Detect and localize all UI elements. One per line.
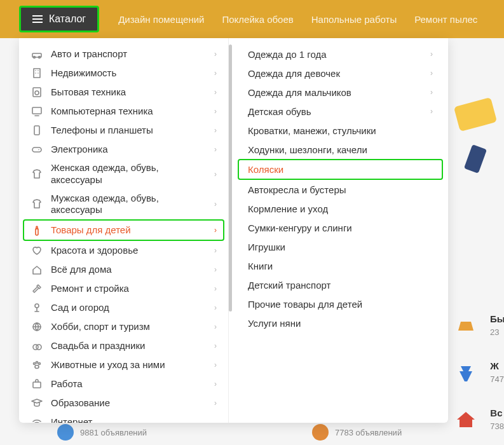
- plant-icon: [31, 301, 43, 314]
- promo-card[interactable]: Бы23: [453, 312, 504, 339]
- shirt-f-icon: [31, 168, 43, 181]
- category-label: Сад и огород: [51, 302, 207, 314]
- category-item[interactable]: Красота и здоровье›: [19, 241, 228, 260]
- subcategory-label: Коляски: [248, 164, 283, 175]
- chevron-right-icon: ›: [214, 200, 217, 209]
- category-item[interactable]: Женская одежда, обувь, аксессуары›: [19, 159, 228, 189]
- chevron-right-icon: ›: [430, 88, 433, 97]
- category-label: Животные и уход за ними: [51, 359, 207, 371]
- subcategory-label: Одежда для девочек: [248, 68, 340, 79]
- promo-icon: [453, 359, 479, 387]
- hammer-icon: [31, 282, 43, 295]
- category-label: Товары для детей: [51, 224, 207, 236]
- chevron-right-icon: ›: [214, 265, 217, 274]
- topnav-item[interactable]: Дизайн помещений: [118, 14, 204, 25]
- monitor-icon: [31, 105, 43, 118]
- category-column[interactable]: Авто и транспорт›Недвижимость›Бытовая те…: [19, 38, 229, 423]
- chevron-right-icon: ›: [430, 107, 433, 116]
- gradcap-icon: [31, 397, 43, 409]
- subcategory-item[interactable]: Прочие товары для детей: [233, 294, 448, 313]
- chevron-right-icon: ›: [214, 303, 217, 312]
- car-icon: [31, 48, 43, 60]
- category-label: Телефоны и планшеты: [51, 125, 207, 137]
- subcategory-item[interactable]: Одежда для девочек›: [233, 64, 448, 83]
- chevron-right-icon: ›: [430, 69, 433, 78]
- subcategory-item[interactable]: Кормление и уход: [233, 199, 448, 218]
- category-item[interactable]: Товары для детей›: [23, 219, 224, 241]
- category-label: Женская одежда, обувь, аксессуары: [51, 162, 207, 186]
- subcategory-item[interactable]: Одежда до 1 года›: [233, 44, 448, 64]
- catalog-button[interactable]: Каталог: [19, 6, 99, 32]
- subcategory-column[interactable]: Одежда до 1 года›Одежда для девочек›Одеж…: [229, 38, 448, 423]
- subcategory-item[interactable]: Детская обувь›: [233, 102, 448, 121]
- promo-card[interactable]: Ж747: [453, 359, 504, 387]
- category-label: Недвижимость: [51, 67, 207, 79]
- category-item[interactable]: Авто и транспорт›: [19, 44, 228, 64]
- subcategory-item[interactable]: Кроватки, манежи, стульчики: [233, 121, 448, 140]
- topnav: Дизайн помещений Поклейка обоев Напольны…: [118, 14, 477, 25]
- subcategory-label: Игрушки: [248, 242, 285, 252]
- subcategory-item[interactable]: Детский транспорт: [233, 275, 448, 294]
- svg-point-14: [38, 149, 39, 151]
- subcategory-item[interactable]: Услуги няни: [233, 313, 448, 332]
- category-item[interactable]: Недвижимость›: [19, 64, 228, 83]
- category-item[interactable]: Интернет: [19, 413, 228, 423]
- chevron-right-icon: ›: [214, 69, 217, 78]
- category-item[interactable]: Компьютерная техника›: [19, 102, 228, 121]
- promo-icon: [453, 312, 479, 339]
- topnav-item[interactable]: Напольные работы: [311, 14, 397, 25]
- scrollbar[interactable]: [229, 44, 232, 312]
- category-item[interactable]: Телефоны и планшеты›: [19, 121, 228, 140]
- subcategory-item[interactable]: Ходунки, шезлонги, качели: [233, 140, 448, 159]
- promo-text: Ж747: [490, 360, 504, 385]
- chevron-right-icon: ›: [214, 380, 217, 388]
- catalog-button-label: Каталог: [49, 13, 86, 25]
- category-item[interactable]: Хобби, спорт и туризм›: [19, 317, 228, 336]
- category-item[interactable]: Образование›: [19, 394, 228, 413]
- footer-badge-icon: [57, 424, 74, 441]
- footer-badge-icon: [312, 424, 329, 441]
- topnav-item[interactable]: Поклейка обоев: [222, 14, 293, 25]
- svg-point-20: [36, 362, 38, 364]
- category-label: Хобби, спорт и туризм: [51, 321, 207, 333]
- subcategory-label: Кормление и уход: [248, 203, 328, 214]
- svg-point-21: [39, 363, 41, 365]
- category-item[interactable]: Сад и огород›: [19, 298, 228, 317]
- category-label: Свадьба и праздники: [51, 340, 207, 352]
- chevron-right-icon: ›: [430, 50, 433, 58]
- category-label: Всё для дома: [51, 264, 207, 276]
- chevron-right-icon: ›: [214, 170, 217, 179]
- category-item[interactable]: Всё для дома›: [19, 260, 228, 279]
- svg-point-22: [35, 366, 39, 369]
- topbar: Каталог Дизайн помещений Поклейка обоев …: [0, 0, 504, 38]
- chevron-right-icon: ›: [214, 246, 217, 255]
- category-label: Работа: [51, 378, 207, 390]
- category-item[interactable]: Животные и уход за ними›: [19, 355, 228, 374]
- svg-rect-23: [33, 382, 41, 388]
- topnav-item[interactable]: Ремонт пылес: [414, 14, 477, 25]
- svg-point-15: [35, 304, 39, 308]
- category-item[interactable]: Свадьба и праздники›: [19, 336, 228, 355]
- svg-point-19: [34, 363, 36, 365]
- svg-rect-12: [34, 126, 39, 135]
- category-item[interactable]: Работа›: [19, 374, 228, 394]
- subcategory-item[interactable]: Игрушки: [233, 237, 448, 256]
- subcategory-item[interactable]: Сумки-кенгуру и слинги: [233, 218, 448, 237]
- footer-item: 9881 объявлений: [57, 424, 147, 441]
- category-item[interactable]: Мужская одежда, обувь, аксессуары›: [19, 189, 228, 220]
- subcategory-item[interactable]: Одежда для мальчиков›: [233, 83, 448, 102]
- footer-count: 7783 объявлений: [335, 428, 402, 437]
- category-item[interactable]: Ремонт и стройка›: [19, 279, 228, 298]
- subcategory-label: Книги: [248, 261, 273, 271]
- subcategory-item[interactable]: Автокресла и бустеры: [233, 180, 448, 199]
- subcategory-item[interactable]: Книги: [233, 256, 448, 275]
- category-item[interactable]: Электроника›: [19, 140, 228, 159]
- briefcase-icon: [31, 378, 43, 390]
- subcategory-item[interactable]: Коляски: [238, 159, 443, 180]
- shirt-m-icon: [31, 198, 43, 210]
- chevron-right-icon: ›: [214, 322, 217, 331]
- category-item[interactable]: Бытовая техника›: [19, 83, 228, 102]
- subcategory-label: Автокресла и бустеры: [248, 184, 346, 195]
- subcategory-label: Одежда для мальчиков: [248, 87, 351, 98]
- globe-icon: [31, 320, 43, 333]
